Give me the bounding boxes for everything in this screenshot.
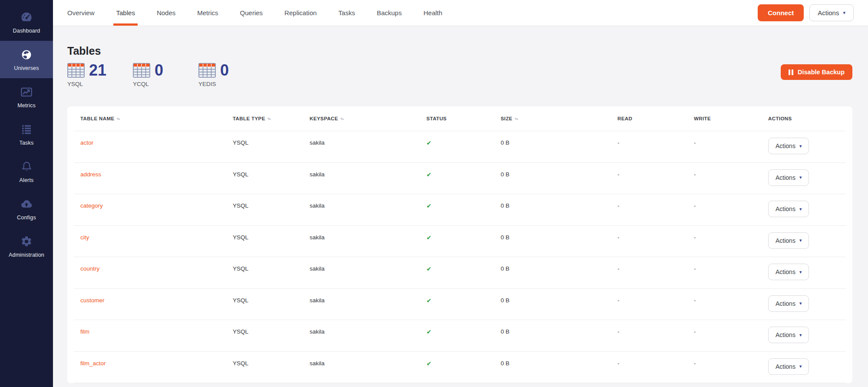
read-cell: - bbox=[617, 131, 694, 147]
stat-label: YEDIS bbox=[198, 81, 264, 87]
tab-replication[interactable]: Replication bbox=[284, 0, 317, 26]
sidebar-item-alerts[interactable]: Alerts bbox=[0, 153, 53, 190]
column-header-write[interactable]: WRITE bbox=[694, 116, 768, 121]
column-header-table-name[interactable]: TABLE NAME ▾▴ bbox=[80, 116, 233, 121]
column-header-keyspace[interactable]: KEYSPACE ▾▴ bbox=[310, 116, 426, 121]
connect-button[interactable]: Connect bbox=[758, 4, 804, 21]
tab-label: Overview bbox=[67, 9, 95, 17]
column-header-label: TABLE TYPE bbox=[233, 116, 265, 121]
status-cell: ✔ bbox=[426, 289, 501, 305]
tab-nodes[interactable]: Nodes bbox=[157, 0, 175, 26]
stat-count: 0 bbox=[220, 63, 229, 78]
column-header-label: SIZE bbox=[501, 116, 512, 121]
tab-overview[interactable]: Overview bbox=[67, 0, 95, 26]
sidebar-item-label: Tasks bbox=[20, 140, 34, 146]
column-header-label: STATUS bbox=[426, 116, 447, 121]
status-ok-icon: ✔ bbox=[426, 328, 432, 335]
table-type-cell: YSQL bbox=[233, 194, 310, 210]
row-actions-label: Actions bbox=[776, 268, 795, 275]
row-actions-label: Actions bbox=[776, 331, 795, 338]
sort-arrows-icon[interactable]: ▾▴ bbox=[267, 116, 271, 121]
size-cell: 0 B bbox=[501, 289, 617, 305]
table-name-link[interactable]: customer bbox=[80, 297, 105, 304]
column-header-size[interactable]: SIZE ▾▴ bbox=[501, 116, 617, 121]
table-row-actor: actor YSQL sakila ✔ 0 B - - Actions ▾ bbox=[74, 131, 846, 163]
table-name-link[interactable]: address bbox=[80, 171, 101, 178]
read-cell: - bbox=[617, 289, 694, 305]
table-name-link[interactable]: country bbox=[80, 265, 99, 272]
status-ok-icon: ✔ bbox=[426, 360, 432, 367]
sidebar-item-universes[interactable]: Universes bbox=[0, 41, 53, 78]
sidebar-item-configs[interactable]: Configs bbox=[0, 190, 53, 228]
active-tab-underline bbox=[113, 23, 138, 26]
chevron-down-icon: ▾ bbox=[799, 364, 802, 369]
tab-metrics[interactable]: Metrics bbox=[197, 0, 218, 26]
sidebar-item-tasks[interactable]: Tasks bbox=[0, 116, 53, 153]
table-type-cell: YSQL bbox=[233, 226, 310, 242]
tab-tasks[interactable]: Tasks bbox=[338, 0, 355, 26]
column-header-label: READ bbox=[617, 116, 632, 121]
chevron-down-icon: ▾ bbox=[799, 207, 802, 212]
row-actions-button[interactable]: Actions ▾ bbox=[768, 138, 809, 154]
table-grid-icon bbox=[67, 63, 85, 78]
sort-arrows-icon[interactable]: ▾▴ bbox=[515, 116, 518, 121]
column-header-read[interactable]: READ bbox=[617, 116, 694, 121]
table-count-yedis: 0 YEDIS bbox=[198, 63, 264, 87]
stat-top: 0 bbox=[198, 63, 264, 78]
column-header-table-type[interactable]: TABLE TYPE ▾▴ bbox=[233, 116, 310, 121]
column-header-actions[interactable]: ACTIONS bbox=[768, 116, 846, 121]
size-cell: 0 B bbox=[501, 320, 617, 336]
status-cell: ✔ bbox=[426, 226, 501, 242]
table-name-cell: city bbox=[80, 226, 233, 242]
row-actions-button[interactable]: Actions ▾ bbox=[768, 295, 809, 312]
write-cell: - bbox=[694, 320, 768, 336]
stat-label: YSQL bbox=[67, 81, 133, 87]
actions-cell: Actions ▾ bbox=[768, 226, 846, 249]
read-cell: - bbox=[617, 226, 694, 242]
column-header-status[interactable]: STATUS bbox=[426, 116, 501, 121]
row-actions-button[interactable]: Actions ▾ bbox=[768, 169, 809, 186]
tab-health[interactable]: Health bbox=[423, 0, 442, 26]
column-header-label: KEYSPACE bbox=[310, 116, 338, 121]
read-cell: - bbox=[617, 163, 694, 179]
sidebar-item-administration[interactable]: Administration bbox=[0, 228, 53, 265]
tab-queries[interactable]: Queries bbox=[240, 0, 263, 26]
gear-icon bbox=[20, 235, 33, 248]
row-actions-button[interactable]: Actions ▾ bbox=[768, 232, 809, 249]
row-actions-button[interactable]: Actions ▾ bbox=[768, 264, 809, 280]
keyspace-cell: sakila bbox=[310, 163, 426, 179]
row-actions-label: Actions bbox=[776, 300, 795, 307]
sort-arrows-icon[interactable]: ▾▴ bbox=[340, 116, 343, 121]
status-cell: ✔ bbox=[426, 352, 501, 368]
table-counts: 21 YSQL 0 YCQL 0 YEDIS bbox=[67, 63, 264, 87]
chevron-down-icon: ▾ bbox=[799, 238, 802, 243]
write-cell: - bbox=[694, 257, 768, 273]
tab-label: Tables bbox=[116, 9, 135, 17]
row-actions-button[interactable]: Actions ▾ bbox=[768, 201, 809, 217]
globe-icon bbox=[20, 48, 33, 61]
sort-arrows-icon[interactable]: ▾▴ bbox=[117, 116, 120, 121]
table-stats-row: 21 YSQL 0 YCQL 0 YEDIS Disable Backup bbox=[67, 63, 852, 87]
size-cell: 0 B bbox=[501, 226, 617, 242]
sidebar-item-dashboard[interactable]: Dashboard bbox=[0, 3, 53, 41]
sidebar-item-metrics[interactable]: Metrics bbox=[0, 78, 53, 116]
table-name-link[interactable]: category bbox=[80, 202, 103, 209]
row-actions-button[interactable]: Actions ▾ bbox=[768, 327, 809, 343]
table-name-link[interactable]: film bbox=[80, 328, 89, 335]
row-actions-button[interactable]: Actions ▾ bbox=[768, 358, 809, 375]
stat-count: 21 bbox=[89, 63, 106, 78]
tab-tables[interactable]: Tables bbox=[116, 0, 135, 26]
app-root: Dashboard Universes Metrics Tasks Alerts… bbox=[0, 0, 868, 387]
disable-backup-button[interactable]: Disable Backup bbox=[781, 64, 852, 80]
sidebar-item-label: Universes bbox=[14, 65, 39, 71]
table-row-category: category YSQL sakila ✔ 0 B - - Actions ▾ bbox=[74, 194, 846, 226]
actions-cell: Actions ▾ bbox=[768, 163, 846, 186]
tab-backups[interactable]: Backups bbox=[377, 0, 402, 26]
universe-actions-button[interactable]: Actions ▾ bbox=[809, 4, 854, 21]
status-cell: ✔ bbox=[426, 131, 501, 148]
cloud-upload-icon bbox=[20, 198, 33, 211]
table-name-link[interactable]: film_actor bbox=[80, 360, 106, 367]
row-actions-label: Actions bbox=[776, 142, 795, 149]
table-name-link[interactable]: actor bbox=[80, 139, 93, 146]
table-name-link[interactable]: city bbox=[80, 234, 89, 241]
